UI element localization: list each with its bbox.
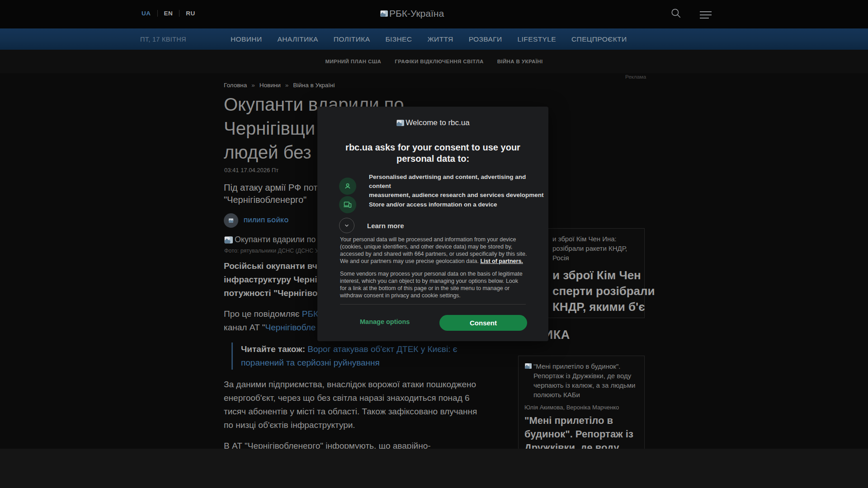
nav-special-projects[interactable]: СПЕЦПРОЄКТИ bbox=[571, 35, 627, 43]
consent-welcome: Welcome to rbc.ua bbox=[317, 118, 548, 127]
top-bar: UA EN RU РБК-Україна bbox=[0, 0, 868, 28]
breadcrumb-war[interactable]: Війна в Україні bbox=[293, 82, 335, 89]
topic-blackout-schedules[interactable]: ГРАФІКИ ВІДКЛЮЧЕННЯ СВІТЛА bbox=[395, 59, 483, 64]
sidebar-card2-authors: Юлія Акимова, Вероніка Марченко bbox=[524, 404, 619, 411]
manage-options-button[interactable]: Manage options bbox=[360, 318, 410, 325]
article-image-placeholder: Окупанти вдарили по Чер bbox=[224, 235, 332, 244]
read-also-link[interactable]: Ворог атакував об'єкт ДТЕК у Києві: є bbox=[307, 344, 457, 354]
consent-dialog: Welcome to rbc.ua rbc.ua asks for your c… bbox=[317, 107, 548, 341]
sidebar-card1-image-alt: и зброї Кім Чен Ина: розібрали ракети КН… bbox=[552, 234, 627, 263]
nav-life[interactable]: ЖИТТЯ bbox=[427, 35, 453, 43]
purpose-personalised-ads: Personalised advertising and content, ad… bbox=[339, 173, 548, 200]
article-paragraph-source: Про це повідомляє РБК канал АТ "Чернігів… bbox=[224, 307, 318, 334]
site-logo-text: РБК-Україна bbox=[389, 8, 444, 19]
broken-image-icon bbox=[380, 9, 388, 18]
hamburger-icon bbox=[700, 11, 712, 12]
footer-ad-bar bbox=[0, 449, 868, 488]
consent-heading: rbc.ua asks for your consent to use your… bbox=[317, 142, 548, 164]
article-datetime: 03:41 17.04.2026 Пт bbox=[224, 167, 278, 174]
nav-news[interactable]: НОВИНИ bbox=[231, 35, 262, 43]
ad-label: Реклама bbox=[625, 74, 646, 80]
divider bbox=[179, 10, 179, 17]
breadcrumb-home[interactable]: Головна bbox=[224, 82, 247, 89]
site-logo[interactable]: РБК-Україна bbox=[380, 8, 444, 19]
broken-image-icon bbox=[524, 362, 532, 370]
learn-more-toggle[interactable]: Learn more bbox=[339, 218, 404, 233]
sidebar-card1-title[interactable]: и зброї Кім Чен сперти розібрали КНДР, я… bbox=[552, 267, 655, 315]
topics-bar: МИРНИЙ ПЛАН США ГРАФІКИ ВІДКЛЮЧЕННЯ СВІТ… bbox=[0, 50, 868, 73]
article-lead: Під атаку армії РФ пот "Чернігівобленерг… bbox=[224, 182, 317, 206]
current-date: ПТ, 17 КВІТНЯ bbox=[140, 36, 186, 43]
nav-analytics[interactable]: АНАЛІТИКА bbox=[277, 35, 318, 43]
topic-war-in-ukraine[interactable]: ВІЙНА В УКРАЇНІ bbox=[497, 59, 543, 64]
consent-button[interactable]: Consent bbox=[439, 315, 527, 331]
source-link[interactable]: РБК bbox=[302, 309, 318, 319]
device-icon bbox=[339, 196, 356, 213]
article-intro-paragraph: Російські окупанти вче інфраструктуру Че… bbox=[224, 259, 323, 300]
consent-paragraph-1: Your personal data will be processed and… bbox=[340, 236, 527, 265]
chevron-down-icon bbox=[339, 218, 354, 233]
person-icon bbox=[339, 178, 356, 195]
company-link[interactable]: Чернігівобле bbox=[265, 323, 316, 332]
breadcrumb-separator: » bbox=[251, 82, 255, 89]
broken-image-icon bbox=[228, 218, 234, 223]
lang-ua[interactable]: UA bbox=[142, 10, 151, 17]
language-switcher: UA EN RU bbox=[142, 10, 195, 17]
breadcrumb-separator: » bbox=[285, 82, 289, 89]
broken-image-icon bbox=[224, 235, 233, 244]
divider bbox=[340, 304, 526, 305]
avatar bbox=[224, 213, 238, 228]
nav-business[interactable]: БІЗНЕС bbox=[385, 35, 412, 43]
read-also-link-line2[interactable]: поранений та серйозні руйнування bbox=[241, 358, 380, 367]
author-row: ПИЛИП БОЙКО bbox=[224, 213, 289, 228]
nav-entertainment[interactable]: РОЗВАГИ bbox=[469, 35, 502, 43]
consent-paragraph-2: Some vendors may process your personal d… bbox=[340, 270, 523, 299]
nav-lifestyle[interactable]: LIFESTYLE bbox=[518, 35, 556, 43]
breadcrumb: Головна » Новини » Війна в Україні bbox=[224, 82, 335, 89]
broken-image-icon bbox=[396, 119, 404, 127]
author-link[interactable]: ПИЛИП БОЙКО bbox=[244, 217, 289, 224]
search-button[interactable] bbox=[670, 7, 684, 22]
nav-politics[interactable]: ПОЛІТИКА bbox=[334, 35, 370, 43]
list-of-partners-link[interactable]: List of partners. bbox=[480, 258, 523, 264]
main-navigation: ПТ, 17 КВІТНЯ НОВИНИ АНАЛІТИКА ПОЛІТИКА … bbox=[0, 28, 868, 50]
sidebar-card2-image-alt: "Мені прилетіло в будинок". Репортаж із … bbox=[524, 361, 635, 399]
divider bbox=[157, 10, 158, 17]
search-icon bbox=[670, 7, 682, 19]
lang-ru[interactable]: RU bbox=[186, 10, 195, 17]
breadcrumb-news[interactable]: Новини bbox=[259, 82, 281, 89]
lang-en[interactable]: EN bbox=[164, 10, 173, 17]
image-caption: Фото: рятувальники ДСНС (ДСНС У bbox=[224, 248, 319, 254]
page: UA EN RU РБК-Україна ПТ, bbox=[0, 0, 868, 488]
read-also-block: Читайте також: Ворог атакував об'єкт ДТЕ… bbox=[231, 343, 457, 370]
purpose-store-access: Store and/or access information on a dev… bbox=[339, 196, 497, 213]
read-also-label: Читайте також: bbox=[241, 344, 307, 354]
menu-button[interactable] bbox=[700, 9, 714, 23]
topic-peace-plan[interactable]: МИРНИЙ ПЛАН США bbox=[325, 59, 381, 64]
article-paragraph-details: За даними підприємства, внаслідок ворожо… bbox=[224, 378, 477, 432]
